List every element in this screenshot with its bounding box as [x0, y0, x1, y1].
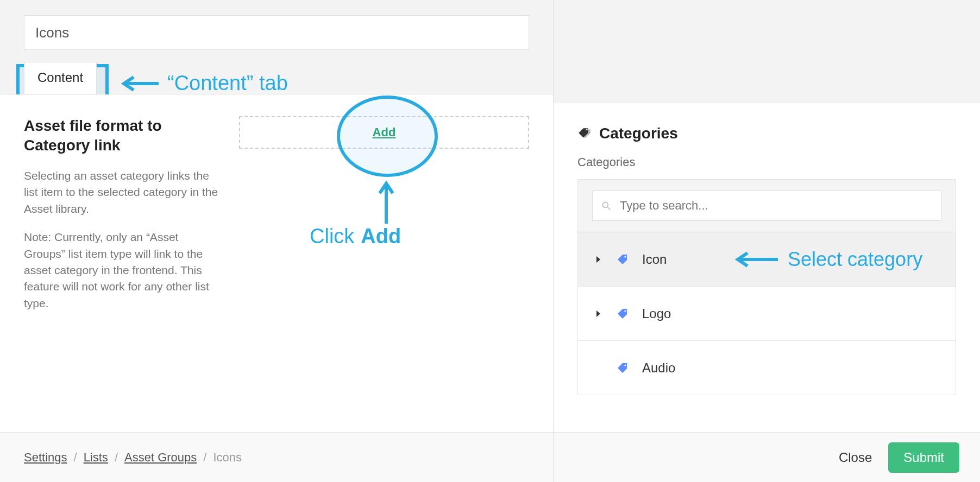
section-paragraph-2: Note: Currently, only an “Asset Groups” … — [24, 229, 219, 312]
breadcrumb-current: Icons — [213, 451, 242, 465]
category-item-label: Logo — [642, 306, 671, 321]
annotation-click-add: Click Add — [310, 225, 401, 248]
breadcrumb-sep: / — [115, 451, 118, 465]
breadcrumb-asset-groups[interactable]: Asset Groups — [124, 451, 197, 465]
tab-content[interactable]: Content — [24, 62, 97, 94]
tag-icon — [616, 307, 629, 320]
arrow-left-icon — [121, 75, 159, 92]
add-link[interactable]: Add — [373, 125, 396, 139]
categories-box: Icon Select category — [577, 179, 956, 395]
close-button[interactable]: Close — [839, 450, 872, 465]
category-item-label: Icon — [642, 252, 667, 267]
annotation-content-tab-label: “Content” tab — [121, 72, 288, 95]
breadcrumb: Settings / Lists / Asset Groups / Icons — [0, 432, 553, 482]
svg-line-3 — [608, 207, 611, 210]
categories-panel: Categories Categories — [553, 0, 980, 482]
section-paragraph-1: Selecting an asset category links the li… — [24, 168, 219, 217]
chevron-right-icon — [593, 310, 603, 318]
svg-point-8 — [624, 310, 626, 312]
search-icon — [601, 200, 612, 211]
breadcrumb-sep: / — [74, 451, 77, 465]
annotation-arrow-up — [378, 180, 394, 224]
svg-point-5 — [624, 256, 626, 257]
tags-icon — [577, 126, 592, 141]
category-item-audio[interactable]: Audio — [578, 340, 956, 395]
search-wrap — [578, 180, 956, 232]
arrow-up-icon — [378, 180, 394, 224]
svg-marker-4 — [596, 256, 600, 263]
panel-main: Categories Categories — [554, 103, 980, 432]
svg-marker-7 — [596, 310, 600, 317]
category-item-icon[interactable]: Icon Select category — [578, 232, 956, 286]
category-list: Icon Select category — [578, 232, 956, 395]
tag-icon — [616, 362, 629, 375]
add-area: Add Click Add — [239, 116, 529, 421]
categories-heading: Categories — [577, 125, 956, 142]
breadcrumb-sep: / — [203, 451, 206, 465]
breadcrumb-settings[interactable]: Settings — [24, 451, 67, 465]
section-heading: Asset file format to Category link — [24, 116, 219, 156]
svg-point-2 — [602, 202, 608, 207]
left-pane: Content “Content” tab Asset file format … — [0, 0, 553, 482]
category-item-logo[interactable]: Logo — [578, 286, 956, 340]
panel-footer: Close Submit — [554, 432, 980, 482]
annotation-select-category: Select category — [734, 248, 922, 271]
category-item-label: Audio — [642, 360, 675, 376]
breadcrumb-lists[interactable]: Lists — [84, 451, 108, 465]
panel-header-spacer — [554, 0, 980, 103]
tag-icon — [616, 253, 629, 266]
category-search-input[interactable] — [592, 191, 941, 221]
content-body: Asset file format to Category link Selec… — [0, 94, 553, 432]
svg-point-9 — [624, 364, 626, 366]
add-dropzone[interactable]: Add — [239, 116, 529, 149]
submit-button[interactable]: Submit — [888, 442, 959, 473]
item-title-input[interactable] — [24, 15, 529, 50]
title-input-wrap — [0, 0, 553, 50]
arrow-left-icon — [734, 251, 778, 268]
chevron-right-icon — [593, 256, 603, 263]
tabs-row: Content “Content” tab — [0, 62, 553, 94]
categories-subheading: Categories — [577, 155, 956, 169]
section-description: Asset file format to Category link Selec… — [24, 116, 219, 421]
